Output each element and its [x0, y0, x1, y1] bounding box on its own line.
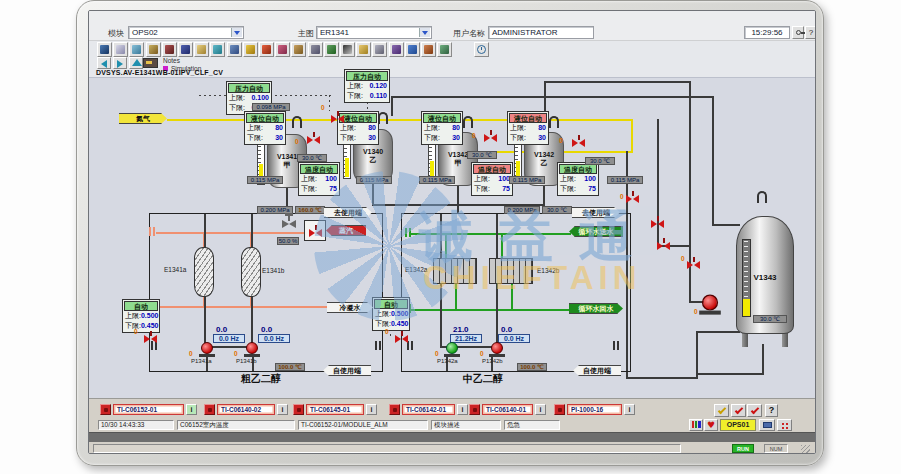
flange-icon: [405, 228, 411, 237]
exchanger-e1341b[interactable]: [241, 247, 261, 297]
equipment-label: E1341b: [262, 267, 284, 274]
process-readout: 0.115 MPa: [419, 176, 455, 184]
limit-label: 上限:: [247, 123, 263, 133]
level-fill: [743, 299, 750, 316]
alarm-info-button[interactable]: i: [366, 404, 377, 415]
exchanger-e1342b[interactable]: [489, 258, 533, 284]
pump-p1341b[interactable]: [244, 342, 260, 357]
temperature-readout: 30.0 ℃: [753, 315, 787, 323]
alarm-count-mark: 0: [620, 193, 624, 200]
control-box[interactable]: 液位自动上限:80下限:30: [244, 111, 286, 145]
limit-row: 下限:30: [509, 133, 547, 143]
control-box[interactable]: 液位自动上限:80下限:30: [507, 111, 549, 145]
tank-v1343[interactable]: V1343 30.0 ℃: [736, 216, 794, 334]
ack-alarm-button[interactable]: [714, 404, 729, 417]
valve-t3[interactable]: [484, 134, 497, 143]
alarm-led-button[interactable]: [389, 404, 400, 415]
limit-value: 80: [368, 123, 376, 133]
chart-button[interactable]: [689, 419, 703, 431]
limit-label: 上限:: [125, 311, 141, 321]
control-box[interactable]: 液位自动上限:80下限:30: [421, 111, 463, 145]
exchanger-e1341a[interactable]: [194, 247, 214, 297]
control-box[interactable]: 温度自动上限:100下限:75: [298, 162, 340, 196]
control-box[interactable]: 压力自动上限:0.120下限:0.110: [344, 69, 390, 103]
unit-box-crude-eg: [149, 213, 383, 372]
alarm-info-button[interactable]: i: [186, 404, 197, 415]
alarm-led-button[interactable]: [100, 404, 111, 415]
valve-out-1[interactable]: [144, 335, 157, 344]
limit-row: 下限:30: [423, 133, 461, 143]
pump-body: [702, 294, 718, 310]
process-readout: 30.0 ℃: [297, 154, 327, 162]
resize-grip[interactable]: [801, 445, 810, 454]
pump-p1341a[interactable]: [199, 342, 215, 357]
process-readout: 100.0 ℃: [517, 363, 547, 371]
flow-tag-to-user-1: 去使用端: [324, 207, 372, 218]
alarm-tag-field[interactable]: TI-C06152-01: [113, 404, 184, 415]
alarm-tag-field[interactable]: TI-C06140-01: [482, 404, 533, 415]
window-button[interactable]: [759, 419, 775, 431]
silence-alarm-button[interactable]: [747, 404, 762, 417]
valve-t4[interactable]: [572, 139, 585, 148]
ack-all-button[interactable]: [731, 404, 746, 417]
valve-t1[interactable]: [307, 136, 320, 145]
alarm-led-button[interactable]: [293, 404, 304, 415]
valve-r3[interactable]: [657, 242, 670, 251]
flange-icon: [613, 341, 619, 350]
pump-p1342a[interactable]: [444, 342, 460, 357]
steam-control-valve[interactable]: [282, 218, 296, 228]
limit-label: 上限:: [474, 174, 490, 184]
process-readout: 160.0 ℃: [295, 206, 325, 214]
stream-label: 粗乙二醇: [241, 372, 281, 386]
chart-icon: [692, 421, 701, 428]
alarm-tag-field[interactable]: PI-1000-16: [567, 404, 622, 415]
limit-row: 下限:75: [300, 184, 338, 194]
alarm-led-button[interactable]: [469, 404, 480, 415]
limit-label: 下限:: [125, 321, 141, 331]
control-box[interactable]: 自动上限:0.500下限:0.450: [122, 299, 160, 333]
steam-block-valve[interactable]: [309, 229, 322, 238]
control-box-title: 液位自动: [339, 113, 377, 123]
limit-row: 上限:100: [559, 174, 597, 184]
status-field: 危急: [504, 420, 560, 430]
alarm-info-button[interactable]: i: [457, 404, 468, 415]
control-box-title: 温度自动: [473, 164, 511, 174]
pipe: [626, 377, 698, 379]
matrix-button[interactable]: [777, 419, 792, 431]
alarm-tag-field[interactable]: TI-C06140-02: [217, 404, 275, 415]
limit-value: 30: [368, 133, 376, 143]
tank-leg: [742, 332, 748, 347]
equipment-label: E1342a: [405, 266, 427, 273]
pump-v1343[interactable]: [699, 294, 721, 314]
alarm-info-button[interactable]: i: [624, 404, 635, 415]
control-box[interactable]: 温度自动上限:100下限:75: [471, 162, 513, 196]
pipe: [544, 81, 691, 83]
favorite-button[interactable]: ♥: [704, 419, 718, 431]
exchanger-e1342a[interactable]: [433, 258, 477, 284]
valve-r4[interactable]: [687, 261, 700, 270]
limit-label: 上限:: [301, 174, 317, 184]
alarm-tag-field[interactable]: TI-C06142-01: [402, 404, 455, 415]
limit-row: 下限:0.450: [374, 319, 408, 329]
limit-row: 上限:80: [246, 123, 284, 133]
alarm-info-button[interactable]: i: [277, 404, 288, 415]
control-box[interactable]: 自动上限:0.500下限:0.450: [372, 297, 410, 331]
flange-icon: [149, 227, 155, 236]
control-box[interactable]: 温度自动上限:100下限:75: [557, 162, 599, 196]
valve-out-2[interactable]: [395, 335, 408, 344]
alarm-led-button[interactable]: [554, 404, 565, 415]
alarm-tag-field[interactable]: TI-C06145-01: [306, 404, 364, 415]
valve-r1[interactable]: [626, 195, 639, 204]
limit-row: 上限:0.500: [374, 309, 408, 319]
valve-r2[interactable]: [651, 220, 664, 229]
pump-body: [491, 342, 503, 354]
pump-p1342b[interactable]: [489, 342, 505, 357]
valve-nitrogen[interactable]: [331, 115, 344, 124]
pipe: [167, 119, 633, 121]
limit-value: 75: [588, 184, 596, 194]
valve-stem: [401, 331, 403, 336]
alarm-info-button[interactable]: i: [535, 404, 546, 415]
check-icon: [718, 406, 726, 414]
alarm-led-button[interactable]: [204, 404, 215, 415]
alarm-help-button[interactable]: ?: [765, 404, 778, 417]
